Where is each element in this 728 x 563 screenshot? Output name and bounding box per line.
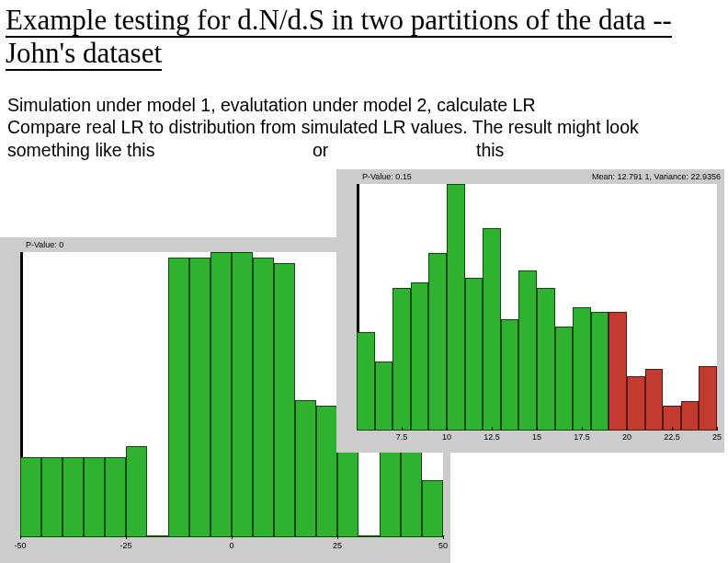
- histogram-bar: [253, 258, 274, 537]
- pvalue-label-left: P-Value: 0: [26, 237, 63, 252]
- histogram-bar: [501, 319, 519, 431]
- xtick-mark: [492, 427, 493, 431]
- xtick-label: 10: [442, 432, 451, 442]
- histogram-bar: [555, 327, 574, 431]
- xtick-label: -25: [119, 541, 131, 550]
- xtick-label: 20: [622, 432, 631, 442]
- histogram-bar: [232, 252, 253, 537]
- histogram-bar: [41, 457, 63, 537]
- histogram-bar: [465, 278, 483, 431]
- title-line-1: Example testing for d.N/d.S in two parti…: [6, 4, 672, 36]
- histogram-bar: [447, 184, 465, 431]
- description-block: Simulation under model 1, evalutation un…: [7, 94, 715, 161]
- xtick-mark: [582, 427, 583, 431]
- stats-label-right: Mean: 12.791 1, Variance: 22.9356: [592, 169, 721, 184]
- histogram-right: P-Value: 0.15 Mean: 12.791 1, Variance: …: [336, 169, 724, 453]
- histogram-bar: [537, 288, 555, 431]
- pvalue-label-right: P-Value: 0.15: [362, 169, 412, 184]
- histogram-bar: [422, 480, 443, 537]
- histogram-bar: [573, 307, 591, 431]
- xtick-mark: [20, 535, 21, 539]
- histogram-bar: [295, 400, 316, 537]
- histogram-bar: [20, 457, 41, 537]
- histogram-bar: [126, 446, 147, 537]
- body-line-1: Simulation under model 1, evalutation un…: [7, 95, 536, 115]
- xtick-label: 17.5: [574, 432, 590, 442]
- xtick-mark: [402, 427, 403, 431]
- histogram-bar: [316, 406, 337, 537]
- xtick-mark: [126, 535, 127, 539]
- xtick-label: 12.5: [483, 432, 500, 442]
- xtick-mark: [443, 535, 444, 539]
- histogram-bar: [392, 288, 411, 431]
- histogram-bar: [63, 457, 84, 537]
- xtick-label: 50: [438, 541, 448, 550]
- histogram-right-bars: [357, 184, 717, 431]
- histogram-bar: [274, 263, 295, 537]
- histogram-bar: [189, 258, 210, 537]
- histogram-right-header: P-Value: 0.15 Mean: 12.791 1, Variance: …: [336, 169, 724, 184]
- xtick-mark: [232, 535, 233, 539]
- body-line-3: something like this: [7, 140, 154, 160]
- xtick-label: 25: [333, 541, 342, 550]
- xtick-label: 15: [532, 432, 541, 442]
- histogram-bar: [591, 312, 609, 431]
- histogram-bar: [483, 228, 501, 431]
- histogram-bar: [375, 362, 393, 431]
- histogram-bar: [645, 369, 664, 431]
- xtick-mark: [537, 427, 538, 431]
- histogram-bar: [411, 282, 429, 431]
- xtick-label: -50: [14, 541, 26, 550]
- label-this: this: [476, 140, 504, 161]
- xtick-mark: [447, 427, 448, 431]
- histogram-bar: [357, 332, 375, 431]
- histogram-bar: [358, 535, 380, 537]
- xtick-label: 7.5: [396, 432, 408, 442]
- xtick-label: 0: [229, 541, 233, 550]
- body-line-2: Compare real LR to distribution from sim…: [7, 117, 639, 137]
- xtick-mark: [717, 427, 718, 431]
- histogram-left-xticks: -50-2502550: [20, 539, 443, 556]
- histogram-bar: [609, 312, 627, 431]
- histogram-right-xticks: 7.51012.51517.52022.525: [357, 431, 717, 447]
- histogram-bar: [105, 457, 126, 537]
- xtick-mark: [672, 427, 673, 431]
- histogram-right-plot: [357, 184, 717, 431]
- histogram-bar: [168, 258, 189, 537]
- histogram-bar: [84, 457, 105, 537]
- histogram-bar: [681, 401, 700, 431]
- xtick-label: 25: [712, 432, 722, 442]
- histogram-bar: [627, 376, 645, 431]
- label-or: or: [313, 140, 328, 161]
- histogram-bar: [699, 366, 717, 431]
- xtick-mark: [627, 427, 628, 431]
- histogram-bar: [147, 535, 168, 537]
- histogram-bar: [518, 270, 537, 431]
- xtick-label: 22.5: [664, 432, 680, 442]
- histogram-bar: [210, 252, 232, 537]
- page-title: Example testing for d.N/d.S in two parti…: [6, 4, 704, 69]
- title-line-2: John's dataset: [6, 37, 162, 69]
- histogram-bar: [428, 253, 447, 431]
- xtick-mark: [337, 535, 338, 539]
